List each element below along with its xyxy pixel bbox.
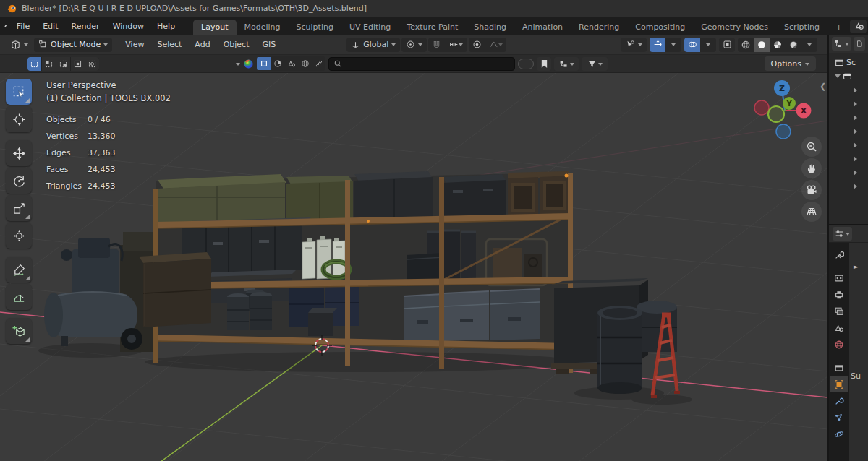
tool-scale[interactable] [6, 195, 32, 221]
tool-add-cube[interactable] [6, 318, 32, 344]
scene-selector[interactable]: Scene [850, 20, 867, 33]
tab-physics-properties[interactable] [830, 426, 848, 442]
vp-menu-add[interactable]: Add [189, 38, 216, 51]
outliner-row[interactable] [829, 83, 868, 97]
pan-button[interactable] [801, 158, 822, 178]
search-input[interactable] [328, 57, 515, 71]
tab-output-properties[interactable] [830, 286, 848, 303]
blender-menu-icon[interactable] [4, 21, 7, 32]
pill-button[interactable] [518, 59, 534, 69]
pivot-point-dropdown[interactable] [401, 38, 427, 52]
tab-uv-editing[interactable]: UV Editing [341, 20, 399, 35]
filter-pie-toggle[interactable] [271, 57, 284, 70]
tab-texture-paint[interactable]: Texture Paint [399, 20, 466, 35]
outliner-row[interactable] [829, 165, 868, 179]
tab-render-properties[interactable] [830, 270, 848, 286]
snap-target-dropdown[interactable] [444, 38, 467, 52]
gizmo-options-dropdown[interactable] [665, 38, 681, 52]
snap-toggle[interactable] [428, 38, 444, 52]
tab-animation[interactable]: Animation [514, 20, 571, 35]
overlays-options-dropdown[interactable] [700, 38, 716, 52]
panel-expand-arrow[interactable]: ► [854, 263, 859, 270]
shading-material-button[interactable] [770, 38, 786, 52]
expand-arrow-icon[interactable] [835, 74, 841, 81]
tool-transform[interactable] [6, 223, 32, 249]
tool-annotate[interactable] [6, 257, 32, 283]
vp-menu-gis[interactable]: GIS [256, 38, 281, 51]
collapse-arrow-icon[interactable] [854, 170, 860, 176]
collapse-arrow-icon[interactable] [854, 115, 860, 121]
object-visibility-dropdown[interactable] [621, 38, 647, 52]
collapse-arrow-icon[interactable] [854, 156, 860, 162]
collapse-arrow-icon[interactable] [854, 184, 860, 189]
filter-world-toggle[interactable] [298, 57, 312, 70]
options-dropdown[interactable]: Options [765, 56, 816, 71]
tab-layout[interactable]: Layout [193, 20, 236, 35]
tab-world-properties[interactable] [830, 336, 848, 353]
gizmo-neg-x[interactable] [754, 100, 769, 115]
proportional-editing-toggle[interactable] [469, 38, 485, 52]
tab-object-properties[interactable] [830, 376, 848, 392]
menu-help[interactable]: Help [150, 20, 182, 33]
outliner-editor-type-button[interactable] [832, 37, 851, 51]
display-mode-dropdown[interactable] [554, 57, 579, 71]
outliner-row-collection[interactable] [829, 69, 868, 83]
select-subtract-button[interactable] [56, 57, 70, 71]
filter-dropdown[interactable] [582, 57, 608, 71]
tab-shading[interactable]: Shading [466, 20, 514, 35]
tab-rendering[interactable]: Rendering [571, 20, 627, 35]
tab-collection-properties[interactable] [830, 359, 848, 376]
gizmo-neg-z[interactable] [776, 124, 791, 139]
outliner-row[interactable] [829, 152, 868, 165]
menu-render[interactable]: Render [64, 20, 106, 33]
add-workspace-button[interactable]: + [827, 20, 850, 35]
tab-scene-properties[interactable] [830, 319, 848, 336]
outliner-row[interactable] [829, 97, 868, 111]
vp-menu-select[interactable]: Select [151, 38, 187, 51]
camera-view-button[interactable] [801, 180, 822, 200]
tab-sculpting[interactable]: Sculpting [289, 20, 341, 35]
menu-edit[interactable]: Edit [36, 20, 64, 33]
tab-particles-properties[interactable] [830, 409, 848, 426]
material-ball-icon[interactable] [243, 59, 254, 69]
select-intersect-button[interactable] [85, 57, 99, 71]
collapse-arrow-icon[interactable] [854, 87, 860, 93]
bookmark-button[interactable] [537, 57, 551, 71]
tool-move[interactable] [6, 140, 32, 166]
perspective-toggle-button[interactable] [801, 202, 822, 222]
gizmo-neg-y[interactable] [768, 106, 784, 122]
properties-editor-type-button[interactable] [833, 227, 852, 241]
transform-orientation-dropdown[interactable]: Global [346, 38, 400, 52]
filter-object-toggle[interactable] [257, 57, 271, 70]
editor-type-button[interactable] [6, 38, 33, 52]
tool-select-box[interactable] [6, 79, 32, 105]
collapse-arrow-icon[interactable] [854, 142, 860, 148]
mode-dropdown[interactable]: Object Mode [34, 38, 112, 52]
outliner-row[interactable] [829, 179, 868, 193]
3d-viewport[interactable]: User Perspective (1) Collection | TOOLS … [0, 73, 827, 461]
show-gizmo-toggle[interactable] [650, 38, 665, 52]
filter-scene-toggle[interactable] [284, 57, 298, 70]
outliner-row[interactable] [829, 124, 868, 138]
vp-menu-view[interactable]: View [119, 38, 150, 51]
tab-view-layer-properties[interactable] [830, 303, 848, 319]
tool-cursor[interactable] [6, 106, 32, 132]
menu-file[interactable]: File [10, 20, 36, 33]
tool-rotate[interactable] [6, 168, 32, 194]
outliner-filter-button[interactable] [854, 37, 865, 51]
outliner-row[interactable] [829, 138, 868, 152]
shading-rendered-button[interactable] [786, 38, 801, 52]
menu-window[interactable]: Window [106, 20, 150, 33]
tab-modifier-properties[interactable] [830, 392, 848, 409]
tab-modeling[interactable]: Modeling [237, 20, 289, 35]
tab-scripting[interactable]: Scripting [776, 20, 827, 35]
filter-brush-toggle[interactable] [312, 57, 326, 70]
chevron-down-icon[interactable] [236, 63, 240, 68]
outliner-row[interactable] [829, 111, 868, 124]
shading-options-dropdown[interactable] [801, 38, 817, 52]
tab-geometry-nodes[interactable]: Geometry Nodes [693, 20, 776, 35]
vp-menu-object[interactable]: Object [218, 38, 255, 51]
zoom-button[interactable] [801, 137, 822, 157]
tab-compositing[interactable]: Compositing [627, 20, 693, 35]
tool-measure[interactable] [6, 284, 32, 310]
